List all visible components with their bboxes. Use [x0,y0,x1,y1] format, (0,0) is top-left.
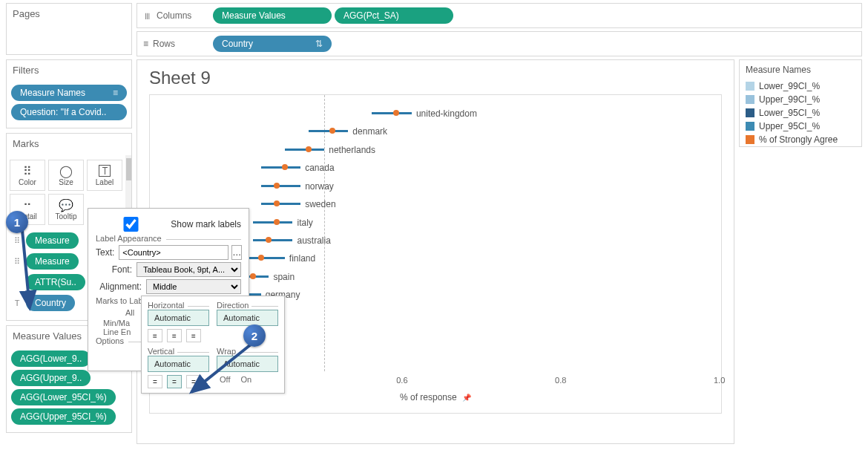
data-point[interactable] [266,237,272,243]
alignment-select[interactable]: Middle [146,279,241,294]
filter-pill[interactable]: Measure Names ≡ [11,85,127,101]
align-label: Alignment: [96,281,142,292]
data-label: spain [273,272,295,282]
align-right-icon[interactable]: ≡ [186,329,201,342]
x-tick: 1.0 [714,376,725,385]
ci-bar[interactable] [261,203,300,205]
ci-bar[interactable] [285,149,324,151]
data-point[interactable] [329,128,335,134]
wrap-label: Wrap [217,347,236,356]
mark-pill[interactable]: Measure [26,232,79,249]
pill-label: Country [222,39,253,49]
legend-swatch [746,135,754,144]
measure-pill[interactable]: AGG(Upper_95CI_%) [11,408,116,425]
mark-pill[interactable]: Country [26,295,75,311]
annotation-callout-2: 2 [243,325,266,347]
tooltip-icon: 💬 [59,199,73,212]
ci-bar[interactable] [261,185,300,187]
data-label: netherlands [329,145,375,155]
row-pill[interactable]: Country⇅ [213,36,332,52]
legend-item[interactable]: Upper_99CI_% [740,93,861,106]
legend-swatch [746,82,754,91]
legend-swatch [746,122,754,131]
data-point[interactable] [258,255,264,261]
data-label: australia [297,235,331,246]
shelf-label-text: Rows [153,39,175,49]
data-point[interactable] [250,273,256,279]
valign-top-icon[interactable]: = [148,375,162,388]
ci-bar[interactable] [245,257,284,259]
legend-label: Upper_99CI_% [759,94,820,105]
column-pill[interactable]: AGG(Pct_SA) [335,7,453,24]
ci-bar[interactable] [372,112,411,114]
vertical-automatic-button[interactable]: Automatic [148,356,209,372]
legend-item[interactable]: Lower_95CI_% [740,106,861,120]
color-icon: ⠿ [23,165,32,178]
direction-automatic-button[interactable]: Automatic [217,310,278,326]
legend-item[interactable]: Lower_99CI_% [740,79,861,93]
text-ellipsis-button[interactable]: … [231,245,242,260]
data-point[interactable] [274,219,280,225]
legend-item[interactable]: % of Strongly Agree [740,133,861,146]
filter-pill[interactable]: Question: "If a Covid.. [11,104,127,120]
data-point[interactable] [274,183,280,189]
sheet-title[interactable]: Sheet 9 [149,68,722,88]
valign-middle-icon[interactable]: = [167,375,182,388]
measure-pill[interactable]: AGG(Lower_95CI_%) [11,389,116,405]
vertical-label: Vertical [148,347,174,356]
label-text-input[interactable] [119,245,228,260]
wrap-on-button[interactable]: On [240,375,251,384]
marks-all-button[interactable]: All [125,308,134,317]
filters-panel-title: Filters [7,60,131,82]
ci-bar[interactable] [253,221,292,224]
text-label: Text: [96,247,114,258]
section-label: Label Appearance [96,234,162,243]
mark-label: Label [96,178,114,186]
measure-pill[interactable]: AGG(Lower_9.. [11,350,91,367]
legend-item[interactable]: Upper_95CI_% [740,120,861,133]
section-label: Options [96,336,124,345]
legend-swatch [746,95,754,104]
columns-shelf[interactable]: ⫼Columns Measure Values AGG(Pct_SA) [137,3,862,28]
show-labels-checkbox[interactable] [96,217,166,232]
filter-icon: ≡ [113,88,118,98]
marks-color-button[interactable]: ⠿Color [10,160,45,191]
align-center-icon[interactable]: ≡ [167,329,182,342]
font-select[interactable]: Tableau Book, 9pt, A... [137,262,241,277]
horizontal-automatic-button[interactable]: Automatic [148,310,209,326]
label-icon: 🅃 [99,165,111,178]
font-label: Font: [96,264,132,275]
legend-panel: Measure Names Lower_99CI_%Upper_99CI_%Lo… [739,59,862,147]
measure-pill[interactable]: AGG(Upper_9.. [11,370,91,386]
wrap-automatic-button[interactable]: Automatic [217,356,278,372]
data-label: united-kingdom [416,108,477,119]
legend-label: % of Strongly Agree [759,134,838,145]
rows-shelf[interactable]: ≡Rows Country⇅ [137,31,862,56]
legend-label: Lower_95CI_% [759,108,820,118]
ci-bar[interactable] [253,239,292,241]
valign-bottom-icon[interactable]: = [186,375,201,388]
marks-tooltip-button[interactable]: 💬Tooltip [48,194,84,225]
mark-pill[interactable]: ATTR(Su.. [26,274,85,290]
column-pill[interactable]: Measure Values [213,7,332,24]
ci-bar[interactable] [309,130,348,132]
data-label: denmark [352,126,387,137]
data-point[interactable] [393,110,399,116]
ci-bar[interactable] [261,166,300,169]
data-label: sweden [305,199,335,209]
wrap-off-button[interactable]: Off [220,375,230,384]
x-tick: 0.8 [555,376,566,385]
marks-size-button[interactable]: ◯Size [48,160,84,191]
data-point[interactable] [282,164,288,170]
data-label: norway [305,181,334,192]
alignment-popup[interactable]: Horizontal Automatic ≡ ≡ ≡ Vertical Auto… [141,296,285,394]
annotation-callout-1: 1 [6,211,28,233]
sort-icon: ⇅ [311,39,323,49]
data-point[interactable] [274,200,280,206]
align-left-icon[interactable]: ≡ [148,329,162,342]
mark-pill[interactable]: Measure [26,253,79,270]
data-point[interactable] [306,146,312,152]
marks-label-button[interactable]: 🅃Label [87,160,122,191]
shelf-label-text: Columns [157,10,191,21]
pill-label: Question: "If a Covid.. [20,107,106,117]
